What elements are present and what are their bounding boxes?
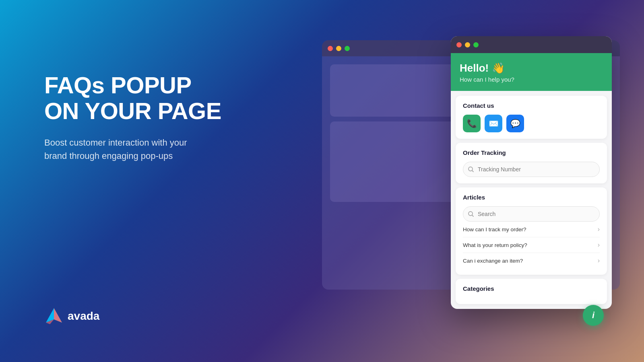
info-button[interactable]: i [583,305,604,326]
chevron-icon-2: › [598,241,600,249]
email-icon: ✉️ [489,119,499,128]
categories-card: Categories [456,279,607,304]
left-panel: FAQs POPUP ON YOUR PAGE Boost customer i… [44,72,270,162]
svg-marker-1 [54,308,62,323]
article-item-2[interactable]: What is your return policy? › [463,237,600,253]
email-button[interactable]: ✉️ [485,115,502,132]
order-tracking-card: Order Tracking [456,143,607,183]
popup-dot-red [456,42,462,47]
contact-icons: 📞 ✉️ 💬 [463,115,600,132]
svg-line-4 [472,171,473,172]
subtitle: Boost customer interaction with yourbran… [44,136,270,162]
dot-red-bg [328,46,333,51]
articles-search-input[interactable] [463,206,600,222]
articles-title: Articles [463,194,600,201]
article-item-3[interactable]: Can i exchange an item? › [463,253,600,268]
tracking-input-wrapper [463,162,600,177]
phone-icon: 📞 [467,119,477,128]
popup-dot-yellow [465,42,470,47]
search-icon-articles [468,211,474,217]
svg-line-6 [472,215,473,216]
info-icon: i [592,310,594,321]
dot-green-bg [345,46,350,51]
article-list: How can I track my order? › What is your… [463,222,600,268]
main-title: FAQs POPUP ON YOUR PAGE [44,72,270,124]
popup-header-subtitle: How can I help you? [460,76,603,83]
messenger-icon: 💬 [510,119,520,128]
categories-title: Categories [463,285,600,292]
logo-text: avada [68,310,99,323]
chevron-icon-3: › [598,257,600,264]
bg-block-1 [330,64,469,117]
chevron-icon-1: › [598,226,600,233]
dot-yellow-bg [336,46,341,51]
popup-window: Hello! 👋 How can I help you? Contact us … [451,36,612,309]
logo: avada [44,306,99,326]
bg-block-3 [330,121,469,202]
popup-body: Contact us 📞 ✉️ 💬 Order Tracking [451,91,612,309]
popup-header-title: Hello! 👋 [460,62,603,74]
articles-card: Articles How can I track my order? › Wha… [456,187,607,275]
articles-search-wrapper [463,206,600,222]
avada-logo-icon [44,306,64,326]
wave-emoji: 👋 [492,62,505,74]
tracking-input[interactable] [463,162,600,177]
popup-dot-green [473,42,479,47]
phone-button[interactable]: 📞 [463,115,481,132]
popup-header: Hello! 👋 How can I help you? [451,53,612,91]
search-icon-tracking [468,166,474,173]
popup-titlebar [451,36,612,53]
article-item-1[interactable]: How can I track my order? › [463,222,600,237]
contact-card: Contact us 📞 ✉️ 💬 [456,96,607,139]
contact-card-title: Contact us [463,102,600,109]
messenger-button[interactable]: 💬 [506,115,524,132]
order-tracking-title: Order Tracking [463,149,600,156]
